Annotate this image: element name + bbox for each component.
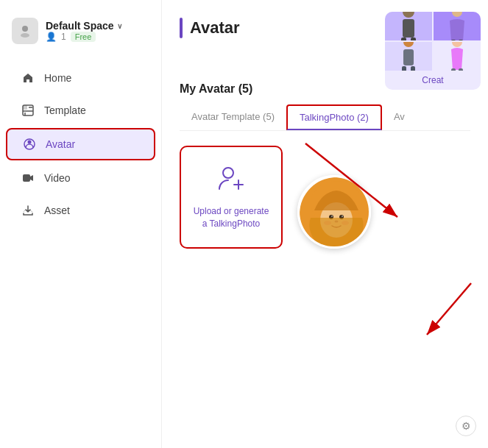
svg-rect-19 bbox=[402, 66, 406, 71]
sidebar-item-video[interactable]: Video bbox=[6, 163, 155, 193]
svg-point-8 bbox=[28, 141, 32, 144]
svg-point-0 bbox=[22, 26, 28, 32]
avatar-icon bbox=[22, 138, 37, 150]
svg-rect-22 bbox=[451, 68, 456, 71]
member-count-icon: 👤 bbox=[46, 32, 57, 42]
tab-av[interactable]: Av bbox=[382, 105, 417, 129]
sidebar-item-asset-label: Asset bbox=[44, 205, 70, 216]
svg-point-35 bbox=[342, 216, 343, 217]
sidebar-nav: Home Template bbox=[0, 56, 161, 232]
svg-rect-9 bbox=[23, 174, 30, 182]
svg-rect-23 bbox=[459, 68, 463, 71]
svg-rect-20 bbox=[411, 66, 415, 71]
svg-point-34 bbox=[331, 216, 333, 217]
svg-rect-18 bbox=[403, 49, 414, 65]
baby-avatar bbox=[297, 175, 371, 249]
video-icon bbox=[21, 172, 35, 184]
upload-talking-photo-card[interactable]: Upload or generate a TalkingPhoto bbox=[180, 146, 283, 249]
avatar-tabs: Avatar Template (5) TalkingPhoto (2) Av bbox=[180, 104, 470, 131]
gear-button[interactable]: ⚙ bbox=[456, 416, 476, 436]
home-icon bbox=[21, 72, 35, 84]
person-add-icon bbox=[216, 164, 246, 199]
svg-point-21 bbox=[452, 42, 462, 47]
svg-rect-12 bbox=[401, 38, 406, 41]
workspace-header[interactable]: Default Space ∨ 👤 1 Free bbox=[0, 12, 161, 56]
sidebar-item-home-label: Home bbox=[44, 72, 71, 84]
main-content: Avatar bbox=[162, 0, 488, 448]
sidebar-item-avatar-label: Avatar bbox=[46, 138, 75, 150]
create-card-label: Creat bbox=[417, 71, 448, 90]
tab-avatar-template[interactable]: Avatar Template (5) bbox=[180, 105, 286, 129]
template-icon bbox=[21, 104, 35, 116]
avatar-preview-cell-2 bbox=[434, 12, 481, 40]
upload-card-text: Upload or generate a TalkingPhoto bbox=[194, 205, 269, 230]
avatar-preview-cell-1 bbox=[385, 12, 432, 40]
svg-point-1 bbox=[21, 33, 29, 38]
asset-icon bbox=[21, 205, 35, 216]
tab-talking-photo[interactable]: TalkingPhoto (2) bbox=[286, 104, 382, 130]
sidebar: Default Space ∨ 👤 1 Free Home bbox=[0, 0, 162, 448]
workspace-name: Default Space ∨ bbox=[46, 20, 122, 32]
workspace-meta: 👤 1 Free bbox=[46, 32, 122, 42]
svg-point-14 bbox=[452, 12, 462, 17]
sidebar-item-asset[interactable]: Asset bbox=[6, 196, 155, 225]
chevron-down-icon: ∨ bbox=[117, 22, 122, 30]
sidebar-item-video-label: Video bbox=[44, 172, 71, 184]
page-title-accent bbox=[180, 18, 183, 38]
talking-photo-content: Upload or generate a TalkingPhoto bbox=[180, 146, 470, 249]
svg-point-10 bbox=[403, 12, 414, 18]
gear-icon: ⚙ bbox=[462, 420, 471, 432]
my-avatar-section: My Avatar (5) Avatar Template (5) Talkin… bbox=[180, 82, 470, 249]
create-avatar-card[interactable]: Creat bbox=[385, 12, 481, 90]
svg-rect-11 bbox=[403, 19, 414, 38]
avatar-preview-cell-3 bbox=[385, 42, 432, 71]
page-title: Avatar bbox=[190, 18, 240, 38]
svg-point-24 bbox=[223, 168, 233, 178]
avatar-preview-grid bbox=[385, 12, 481, 71]
workspace-info: Default Space ∨ 👤 1 Free bbox=[46, 20, 122, 42]
sidebar-item-avatar[interactable]: Avatar bbox=[6, 128, 155, 160]
workspace-avatar-icon bbox=[12, 18, 38, 44]
plan-badge: Free bbox=[71, 32, 96, 42]
sidebar-item-template-label: Template bbox=[44, 104, 86, 116]
sidebar-item-template[interactable]: Template bbox=[6, 96, 155, 125]
baby-talking-photo bbox=[297, 175, 371, 249]
svg-rect-3 bbox=[23, 105, 27, 110]
svg-rect-13 bbox=[411, 38, 416, 41]
svg-point-17 bbox=[403, 42, 414, 47]
svg-line-42 bbox=[427, 283, 471, 335]
avatar-preview-cell-4 bbox=[434, 42, 481, 71]
sidebar-item-home[interactable]: Home bbox=[6, 63, 155, 93]
